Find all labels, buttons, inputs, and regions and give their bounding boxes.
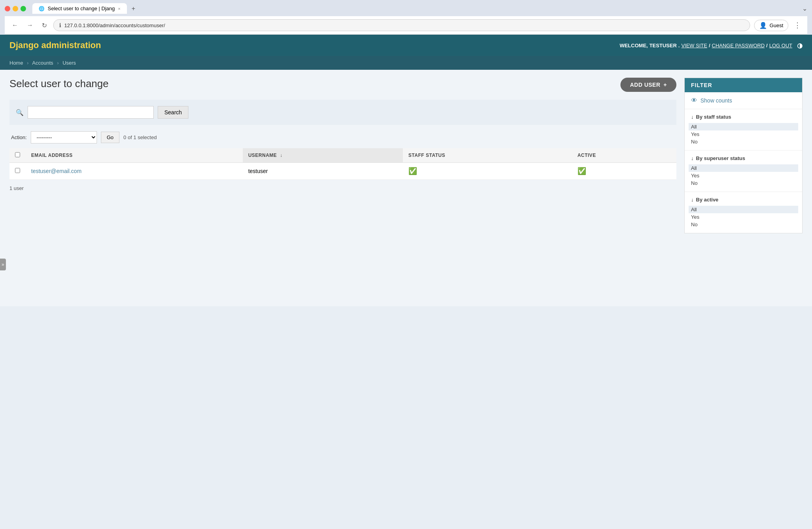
active-arrow: ↓ <box>691 197 694 203</box>
add-user-label: ADD USER <box>630 82 660 88</box>
new-tab-button[interactable]: + <box>129 4 138 14</box>
filter-superuser-no[interactable]: No <box>691 179 796 187</box>
show-counts-button[interactable]: 👁 Show counts <box>691 97 796 104</box>
contrast-icon[interactable]: ◑ <box>797 42 803 49</box>
filter-superuser-status-section: ↓ By superuser status All Yes No <box>685 151 802 192</box>
filter-staff-all[interactable]: All <box>689 123 798 130</box>
filter-superuser-all[interactable]: All <box>689 164 798 172</box>
table-row: testuser@email.com testuser ✅ ✅ <box>9 163 676 180</box>
row-count: 1 user <box>9 184 676 193</box>
sidebar-collapse-button[interactable]: » <box>0 259 6 270</box>
add-user-plus-icon: + <box>663 82 667 88</box>
header-checkbox-col <box>9 148 26 163</box>
page-title-row: Select user to change ADD USER + <box>9 78 676 92</box>
breadcrumb-home[interactable]: Home <box>9 60 23 66</box>
go-button[interactable]: Go <box>101 132 119 143</box>
browser-nav: ← → ↻ ℹ 127.0.0.1:8000/admin/accounts/cu… <box>5 16 807 35</box>
active-title-text: By active <box>696 197 719 203</box>
staff-status-title-text: By staff status <box>696 114 732 120</box>
breadcrumb-users: Users <box>63 60 76 66</box>
row-staff-status-cell: ✅ <box>403 163 572 180</box>
filter-staff-no[interactable]: No <box>691 138 796 145</box>
expand-button[interactable]: ⌄ <box>802 5 807 12</box>
tab-title: Select user to change | Djang <box>48 6 115 11</box>
header-active[interactable]: ACTIVE <box>572 148 676 163</box>
tab-bar: 🌐 Select user to change | Djang × + <box>32 3 799 14</box>
breadcrumb-sep2: › <box>57 60 59 66</box>
username-value: testuser <box>248 168 268 174</box>
forward-button[interactable]: → <box>24 20 35 30</box>
filter-box: FILTER 👁 Show counts ↓ By staff status A… <box>684 78 803 233</box>
logout-link[interactable]: LOG OUT <box>769 43 792 48</box>
change-password-link[interactable]: CHANGE PASSWORD <box>712 43 765 48</box>
header-email[interactable]: EMAIL ADDRESS <box>26 148 243 163</box>
tab-close-button[interactable]: × <box>118 6 120 11</box>
eye-icon: 👁 <box>691 97 697 104</box>
show-counts-label: Show counts <box>700 97 732 104</box>
main-wrapper: Select user to change ADD USER + 🔍 Searc… <box>0 70 812 306</box>
filter-superuser-yes[interactable]: Yes <box>691 172 796 179</box>
profile-label: Guest <box>769 22 783 28</box>
filter-active-all[interactable]: All <box>689 206 798 213</box>
tab-favicon: 🌐 <box>39 6 45 11</box>
maximize-button[interactable] <box>20 6 26 11</box>
minimize-button[interactable] <box>13 6 18 11</box>
table-header-row: EMAIL ADDRESS USERNAME ↓ STAFF STATUS AC… <box>9 148 676 163</box>
action-label: Action: <box>11 134 27 140</box>
staff-status-arrow: ↓ <box>691 114 694 120</box>
filter-superuser-status-title: ↓ By superuser status <box>691 155 796 161</box>
back-button[interactable]: ← <box>9 20 20 30</box>
row-email-cell: testuser@email.com <box>26 163 243 180</box>
row-active-cell: ✅ <box>572 163 676 180</box>
welcome-prefix: WELCOME, <box>620 43 648 48</box>
page-title: Select user to change <box>9 78 109 90</box>
breadcrumb-accounts[interactable]: Accounts <box>32 60 53 66</box>
select-all-checkbox[interactable] <box>15 152 20 157</box>
superuser-status-title-text: By superuser status <box>696 155 745 161</box>
django-header: Django administration WELCOME, TESTUSER … <box>0 35 812 56</box>
close-button[interactable] <box>5 6 10 11</box>
filter-staff-status-title: ↓ By staff status <box>691 114 796 120</box>
browser-chrome: 🌐 Select user to change | Djang × + ⌄ ← … <box>0 0 812 35</box>
active-tab[interactable]: 🌐 Select user to change | Djang × <box>32 3 127 14</box>
refresh-button[interactable]: ↻ <box>39 20 49 31</box>
filter-sidebar: FILTER 👁 Show counts ↓ By staff status A… <box>684 78 803 298</box>
search-area: 🔍 Search <box>9 100 676 125</box>
search-button[interactable]: Search <box>158 106 188 119</box>
address-text: 127.0.0.1:8000/admin/accounts/customuser… <box>64 22 744 28</box>
header-staff-status[interactable]: STAFF STATUS <box>403 148 572 163</box>
address-bar[interactable]: ℹ 127.0.0.1:8000/admin/accounts/customus… <box>53 19 750 31</box>
selected-count: 0 of 1 selected <box>123 134 157 140</box>
filter-active-yes[interactable]: Yes <box>691 213 796 221</box>
header-username[interactable]: USERNAME ↓ <box>243 148 403 163</box>
search-icon: 🔍 <box>16 109 24 116</box>
filter-active-no[interactable]: No <box>691 221 796 228</box>
active-check-icon: ✅ <box>577 167 586 175</box>
row-checkbox-cell <box>9 163 26 180</box>
action-bar: Action: --------- Delete selected users … <box>9 131 676 143</box>
profile-icon: 👤 <box>759 22 767 29</box>
traffic-lights <box>5 6 26 11</box>
email-link[interactable]: testuser@email.com <box>31 168 82 174</box>
info-icon: ℹ <box>59 22 61 28</box>
filter-active-title: ↓ By active <box>691 197 796 203</box>
username-label: TESTUSER <box>649 43 676 48</box>
search-input[interactable] <box>28 106 154 119</box>
filter-header: FILTER <box>685 78 802 92</box>
row-checkbox[interactable] <box>15 168 20 173</box>
staff-status-check-icon: ✅ <box>408 167 417 175</box>
filter-staff-yes[interactable]: Yes <box>691 130 796 138</box>
view-site-link[interactable]: VIEW SITE <box>681 43 707 48</box>
breadcrumb: Home › Accounts › Users <box>9 60 803 66</box>
filter-staff-status-section: ↓ By staff status All Yes No <box>685 109 802 151</box>
django-title[interactable]: Django administration <box>9 40 101 50</box>
action-select[interactable]: --------- Delete selected users <box>31 131 97 143</box>
breadcrumb-bar: Home › Accounts › Users <box>0 56 812 70</box>
add-user-button[interactable]: ADD USER + <box>620 78 676 92</box>
sep1: / <box>709 43 710 48</box>
more-button[interactable]: ⋮ <box>792 19 803 31</box>
profile-button[interactable]: 👤 Guest <box>754 20 788 31</box>
welcome-sep: . <box>678 43 680 48</box>
content-area: Select user to change ADD USER + 🔍 Searc… <box>9 78 676 298</box>
username-sort-icon: ↓ <box>280 153 283 158</box>
